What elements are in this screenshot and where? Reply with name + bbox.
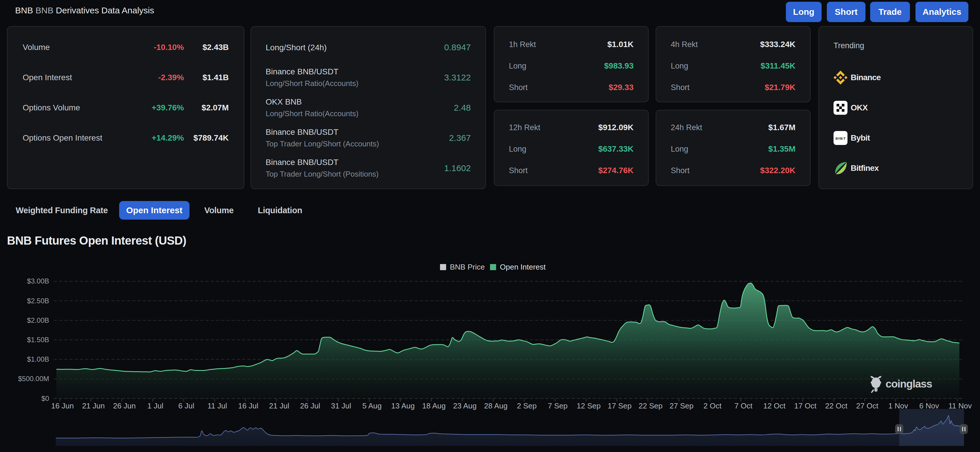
svg-text:11 Nov: 11 Nov <box>948 401 972 410</box>
svg-text:22 Sep: 22 Sep <box>638 401 662 410</box>
svg-text:17 Oct: 17 Oct <box>794 401 817 410</box>
svg-text:23 Aug: 23 Aug <box>453 401 477 410</box>
svg-text:18 Aug: 18 Aug <box>422 401 446 410</box>
svg-text:17 Sep: 17 Sep <box>608 401 632 410</box>
svg-text:27 Oct: 27 Oct <box>856 401 878 410</box>
svg-text:16 Jul: 16 Jul <box>238 401 258 410</box>
svg-text:coinglass: coinglass <box>886 378 932 390</box>
svg-text:6 Nov: 6 Nov <box>919 401 939 410</box>
svg-text:26 Jul: 26 Jul <box>300 401 320 410</box>
svg-text:$3.00B: $3.00B <box>27 277 49 285</box>
svg-text:5 Aug: 5 Aug <box>363 401 382 410</box>
svg-text:11 Jul: 11 Jul <box>207 401 227 410</box>
svg-text:$1.50B: $1.50B <box>27 336 49 344</box>
svg-text:22 Oct: 22 Oct <box>825 401 848 410</box>
svg-text:1 Jul: 1 Jul <box>147 401 163 410</box>
svg-text:1 Nov: 1 Nov <box>888 401 908 410</box>
svg-text:$500.00M: $500.00M <box>18 375 49 382</box>
svg-text:6 Jul: 6 Jul <box>178 401 194 410</box>
svg-text:$1.00B: $1.00B <box>27 355 49 363</box>
svg-text:$0: $0 <box>41 395 49 402</box>
svg-text:$2.00B: $2.00B <box>27 316 49 324</box>
svg-text:28 Aug: 28 Aug <box>484 401 508 410</box>
svg-text:12 Sep: 12 Sep <box>577 401 600 410</box>
svg-text:27 Sep: 27 Sep <box>670 401 694 410</box>
svg-text:7 Oct: 7 Oct <box>734 401 753 410</box>
svg-text:21 Jun: 21 Jun <box>82 401 105 410</box>
svg-text:12 Oct: 12 Oct <box>763 401 786 410</box>
svg-text:2 Sep: 2 Sep <box>517 401 537 410</box>
svg-text:13 Aug: 13 Aug <box>391 401 415 410</box>
svg-text:$2.50B: $2.50B <box>27 297 49 305</box>
svg-text:31 Jul: 31 Jul <box>331 401 351 410</box>
svg-text:21 Jul: 21 Jul <box>269 401 289 410</box>
svg-text:2 Oct: 2 Oct <box>703 401 722 410</box>
svg-text:7 Sep: 7 Sep <box>548 401 568 410</box>
svg-text:16 Jun: 16 Jun <box>51 401 74 410</box>
svg-text:26 Jun: 26 Jun <box>113 401 136 410</box>
